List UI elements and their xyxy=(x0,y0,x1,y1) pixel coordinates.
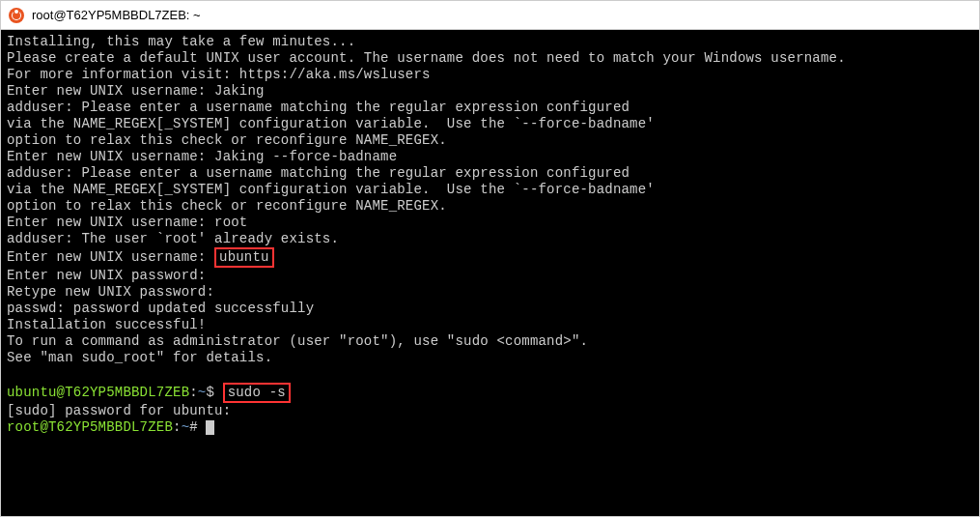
terminal-output[interactable]: Installing, this may take a few minutes.… xyxy=(1,30,979,516)
output-line: via the NAME_REGEX[_SYSTEM] configuratio… xyxy=(7,116,655,131)
terminal-window: root@T62YP5MBBDL7ZEB: ~ Installing, this… xyxy=(0,0,980,517)
output-line: passwd: password updated successfully xyxy=(7,301,314,316)
output-line: adduser: The user `root' already exists. xyxy=(7,231,339,246)
output-line: Enter new UNIX username: Jaking --force-… xyxy=(7,149,397,164)
prompt-separator: : xyxy=(173,419,182,435)
output-line: Enter new UNIX password: xyxy=(7,268,206,283)
output-line: adduser: Please enter a username matchin… xyxy=(7,100,630,115)
highlight-box-username: ubuntu xyxy=(214,247,274,268)
output-line: Installation successful! xyxy=(7,317,206,332)
output-line: Enter new UNIX username: root xyxy=(7,215,247,230)
prompt-path: ~ xyxy=(182,419,190,435)
output-line: Retype new UNIX password: xyxy=(7,284,214,300)
prompt-dollar: $ xyxy=(206,385,222,400)
output-line: Please create a default UNIX user accoun… xyxy=(7,50,846,66)
output-line: For more information visit: https://aka.… xyxy=(7,67,431,82)
prompt-user-host: ubuntu@T62YP5MBBDL7ZEB xyxy=(7,385,189,400)
output-line: adduser: Please enter a username matchin… xyxy=(7,165,630,181)
window-title: root@T62YP5MBBDL7ZEB: ~ xyxy=(32,8,201,22)
output-line: option to relax this check or reconfigur… xyxy=(7,132,447,148)
titlebar[interactable]: root@T62YP5MBBDL7ZEB: ~ xyxy=(1,1,979,30)
output-line: See "man sudo_root" for details. xyxy=(7,350,272,365)
prompt-separator: : xyxy=(189,385,198,400)
output-line: Enter new UNIX username: Jaking xyxy=(7,83,265,99)
prompt-hash: # xyxy=(189,419,206,435)
output-prefix: Enter new UNIX username: xyxy=(7,249,214,265)
ubuntu-icon xyxy=(9,8,24,23)
output-line: option to relax this check or reconfigur… xyxy=(7,198,447,214)
output-line: via the NAME_REGEX[_SYSTEM] configuratio… xyxy=(7,182,655,197)
highlight-box-command: sudo -s xyxy=(223,383,291,403)
cursor xyxy=(206,420,214,435)
output-line: [sudo] password for ubuntu: xyxy=(7,403,231,418)
prompt-user-host: root@T62YP5MBBDL7ZEB xyxy=(7,419,173,435)
output-line: To run a command as administrator (user … xyxy=(7,333,588,349)
output-line: Installing, this may take a few minutes.… xyxy=(7,34,355,49)
